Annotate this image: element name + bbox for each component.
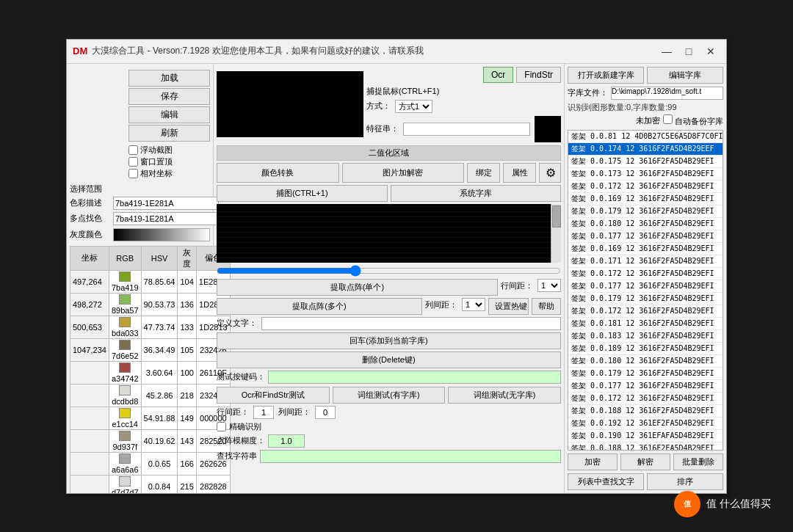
rgb-cell: dcdbd8 (109, 384, 141, 407)
add-to-current-button[interactable]: 回车(添加到当前字库) (217, 332, 561, 349)
relative-coord-checkbox[interactable]: 相对坐标 (128, 168, 210, 179)
dict-file-label: 字库文件： (568, 87, 608, 98)
threshold-input[interactable] (268, 434, 305, 448)
list-item[interactable]: 签架 0.0.175 12 3616F2FA5D4B29EFI (568, 156, 723, 168)
color-desc-row: 色彩描述 (70, 197, 210, 210)
help-button[interactable]: 帮助 (532, 298, 561, 315)
table-row: a34742 3.60.64 100 26110F (70, 361, 231, 384)
list-item[interactable]: 签架 0.0.172 12 3616F2FA5D4B29EFI (568, 268, 723, 280)
table-row: 498,272 89ba57 90.53.73 136 1D2812 (70, 293, 231, 316)
list-item[interactable]: 签架 0.0.177 12 3616F2FA5D4B29EFI (568, 280, 723, 293)
list-item[interactable]: 签架 0.0.171 12 3616F2FA5D4B29EFI (568, 255, 723, 268)
row-interval-label: 行间距： (501, 280, 533, 291)
binarize-slider[interactable] (217, 265, 561, 277)
gray-cell: 166 (178, 452, 196, 475)
decrypt-button[interactable]: 解密 (620, 453, 670, 470)
list-item[interactable]: 签架 0.0.172 12 3616F2FA5D4B29EFI (568, 181, 723, 193)
refresh-button[interactable]: 刷新 (128, 125, 210, 142)
list-item[interactable]: 签架 0.0.173 12 3616F2FA5D4B29EFI (568, 168, 723, 181)
list-item[interactable]: 签架 0.0.192 12 361EF2FA5D4B29EFI (568, 418, 723, 430)
mode-select[interactable]: 方式1 (395, 100, 432, 113)
list-item[interactable]: 签架 0.0.181 12 3616F2FA5D4B29EFI (568, 318, 723, 330)
list-item[interactable]: 签架 0.0.177 12 3616F2FA5D4B29EFI (568, 380, 723, 393)
list-item[interactable]: 签架 0.0.179 12 3616F2FA5D4B29EFI (568, 293, 723, 305)
system-dict-button[interactable]: 系统字库 (391, 185, 562, 202)
float-screenshot-checkbox[interactable]: 浮动截图 (128, 145, 210, 156)
col-interval-select[interactable]: 1 (462, 298, 485, 311)
settings-icon-button[interactable]: ⚙ (539, 163, 561, 183)
list-item[interactable]: 签架 0.0.179 12 3616F2FA5D4B29EFI (568, 205, 723, 218)
word-group-nolib-button[interactable]: 词组测试(无字库) (448, 387, 561, 404)
precise-checkbox[interactable] (217, 422, 226, 431)
ocr-findstr-test-button[interactable]: Ocr和FindStr测试 (217, 387, 330, 404)
select-range-label: 选择范围 (70, 183, 110, 194)
table-row: 9d937f 40.19.62 143 282520 (70, 429, 231, 452)
sort-button[interactable]: 排序 (647, 473, 723, 490)
multi-color-label: 多点找色 (70, 213, 110, 224)
ocr-button[interactable]: Ocr (483, 67, 513, 83)
edit-button[interactable]: 编辑 (128, 106, 210, 123)
list-item[interactable]: 签架 0.0.189 12 3616F2FA5D4B29EFI (568, 343, 723, 355)
find-in-list-button[interactable]: 列表中查找文字 (568, 473, 644, 490)
open-new-lib-button[interactable]: 打开或新建字库 (568, 67, 644, 84)
list-item[interactable]: 签架 0.0.190 12 361EFAFA5D4B29EFI (568, 430, 723, 442)
color-desc-input[interactable] (113, 197, 219, 210)
color-convert-button[interactable]: 颜色转换 (217, 163, 339, 183)
capture-row: 捕捉鼠标(CTRL+F1) (366, 86, 561, 97)
final-interval-row: 行间距： 列间距： (217, 406, 561, 419)
coord-cell: 1047,234 (70, 338, 109, 361)
delete-button[interactable]: 删除(Delete键) (217, 351, 561, 368)
list-item[interactable]: 签架 0.0.179 12 3616F2FA5D4B29EFI (568, 368, 723, 380)
extract-multi-button[interactable]: 提取点阵(多个) (217, 298, 422, 315)
list-item[interactable]: 签架 0.0.180 12 3616F2FA5D4B29EFI (568, 355, 723, 368)
row-interval-final-input[interactable] (253, 406, 274, 419)
list-item[interactable]: 签架 0.0.188 12 3616F2FA5D4B29EFI (568, 405, 723, 418)
minimize-button[interactable]: — (657, 44, 676, 59)
find-char-input[interactable] (260, 450, 561, 463)
rgb-cell: e1cc14 (109, 407, 141, 429)
list-item[interactable]: 签架 0.0.169 12 3616F2FA5D4B29EFI (568, 243, 723, 255)
list-item[interactable]: 签架 0.0.188 12 3616F2FA5D4B29EFI (568, 442, 723, 451)
list-item[interactable]: 签架 0.0.172 12 3616F2FA5D4B29EFI (568, 393, 723, 405)
list-item[interactable]: 签架 0.0.174 12 3616F2FA5D4B29EEF (568, 143, 723, 156)
list-item[interactable]: 签架 0.0.183 12 3616F2FA5D4B29EFI (568, 330, 723, 343)
find-char-label: 查找字符串 (217, 451, 257, 462)
col-interval-final-input[interactable] (315, 406, 336, 419)
save-button[interactable]: 保存 (128, 88, 210, 105)
dict-list[interactable]: 签架 0.0.81 12 4D0B27C5E6A5D8F7C0FI签架 0.0.… (568, 130, 723, 451)
maximize-button[interactable]: □ (679, 44, 698, 59)
decrypt-img-button[interactable]: 图片加解密 (342, 163, 465, 183)
list-item[interactable]: 签架 0.0.180 12 3616F2FA5D4B29EFI (568, 218, 723, 230)
bind-button[interactable]: 绑定 (467, 163, 500, 183)
extract-single-button[interactable]: 提取点阵(单个) (217, 279, 498, 296)
pixel-scrollbar[interactable] (551, 204, 561, 263)
scroll-thumb[interactable] (552, 205, 561, 227)
word-group-test-button[interactable]: 词组测试(有字库) (333, 387, 446, 404)
find-str-button[interactable]: FindStr (516, 67, 561, 83)
set-hotkey-button[interactable]: 设置热键 (488, 298, 529, 315)
load-button[interactable]: 加载 (128, 70, 210, 87)
list-item[interactable]: 签架 0.0.81 12 4D0B27C5E6A5D8F7C0FI (568, 131, 723, 143)
test-hotkey-input[interactable] (268, 371, 561, 384)
auto-backup-checkbox[interactable]: 自动备份字库 (663, 114, 723, 127)
capture-single-button[interactable]: 捕图(CTRL+1) (217, 185, 388, 202)
list-item[interactable]: 签架 0.0.177 12 3616F2FA5D4B29EFI (568, 230, 723, 243)
row-interval-select[interactable]: 1 (537, 279, 561, 292)
batch-delete-button[interactable]: 批量删除 (673, 453, 723, 470)
pixel-grid-area (217, 204, 561, 263)
watermark: 值 值 什么值得买 (674, 491, 771, 517)
property-button[interactable]: 属性 (503, 163, 536, 183)
coord-cell: 497,264 (70, 270, 109, 293)
edit-lib-button[interactable]: 编辑字库 (647, 67, 723, 84)
col-coord: 坐标 (70, 246, 109, 270)
delete-row: 删除(Delete键) (217, 351, 561, 368)
list-item[interactable]: 签架 0.0.169 12 3616F2FA5D4B29EFI (568, 193, 723, 205)
list-item[interactable]: 签架 0.0.172 12 3616F2FA5D4B29EFI (568, 305, 723, 318)
auto-backup-row: 未加密 自动备份字库 (568, 114, 723, 127)
close-button[interactable]: ✕ (701, 44, 720, 59)
multi-color-input[interactable] (113, 212, 219, 225)
encrypt-button[interactable]: 加密 (568, 453, 618, 470)
define-text-input[interactable] (261, 317, 561, 330)
feature-input[interactable] (403, 123, 530, 136)
window-topmost-checkbox[interactable]: 窗口置顶 (128, 156, 210, 167)
